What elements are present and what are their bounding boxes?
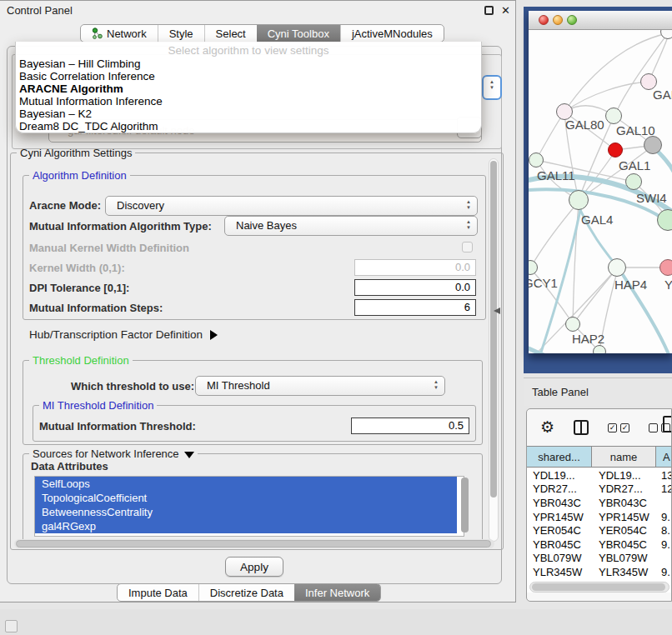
table-icon[interactable] xyxy=(663,416,672,432)
attribute-gal4rgexp[interactable]: gal4RGexp xyxy=(35,519,457,533)
threshold-definition-title: Threshold Definition xyxy=(29,354,133,367)
tab-impute-data[interactable]: Impute Data xyxy=(118,584,198,601)
algorithm-option-dream8-dc-tdc-algorithm[interactable]: Dream8 DC_TDC Algorithm xyxy=(16,121,481,133)
control-panel-tab-bar: NetworkStyleSelectCyni ToolboxjActiveMNo… xyxy=(80,24,444,42)
tab-label: Select xyxy=(216,28,246,40)
table-horizontal-scrollbar[interactable] xyxy=(529,582,669,592)
select-all-icon[interactable]: ✓✓ xyxy=(608,423,629,432)
checked-box-icon: ✓ xyxy=(608,423,617,432)
algorithm-option-aracne-algorithm[interactable]: ARACNE Algorithm xyxy=(16,83,481,96)
mi-type-value: Naive Bayes xyxy=(236,219,297,232)
kernel-width-field[interactable]: 0.0 xyxy=(354,259,476,276)
graph-node-y[interactable] xyxy=(659,259,672,276)
algorithm-option-bayesian-hill-climbing[interactable]: Bayesian – Hill Climbing xyxy=(16,58,481,71)
graph-node[interactable] xyxy=(625,173,642,190)
graph-node-gal4[interactable] xyxy=(569,190,589,210)
table-row[interactable]: YBR043CYBR043C xyxy=(527,496,672,510)
graph-node-gal10[interactable] xyxy=(605,108,622,124)
collapse-down-icon xyxy=(184,452,194,458)
close-icon[interactable]: ✕ xyxy=(501,6,510,15)
graph-node[interactable] xyxy=(644,136,662,154)
dpi-tolerance-label: DPI Tolerance [0,1]: xyxy=(29,282,129,294)
minimize-traffic-light[interactable] xyxy=(553,15,563,25)
dropdown-prompt: Select algorithm to view settings xyxy=(16,44,481,58)
column-header-name[interactable]: name xyxy=(592,447,656,467)
settings-vertical-scrollbar[interactable] xyxy=(489,158,499,542)
algorithm-dropdown-list: Bayesian – Hill ClimbingBasic Correlatio… xyxy=(16,58,481,132)
table-row[interactable]: YLR345WYLR345W9. xyxy=(527,565,672,579)
table-panel-band: Table Panel xyxy=(524,378,672,406)
cyni-settings-panel: Cyni Algorithm Settings Algorithm Defini… xyxy=(10,152,504,550)
sources-group-title[interactable]: Sources for Network Inference xyxy=(29,448,198,460)
graph-node-hap2[interactable] xyxy=(565,317,580,332)
network-canvas[interactable]: GALGAL80GAL10GAL1GAL11SWI4GAL4GCY1HAP4YH… xyxy=(529,30,672,353)
scrollbar-thumb[interactable] xyxy=(490,161,497,498)
table-row[interactable]: YPR145WYPR145W9. xyxy=(527,510,672,524)
network-window-titlebar[interactable] xyxy=(529,11,672,30)
focused-spinner-fragment[interactable] xyxy=(482,75,502,100)
scrollbar-thumb[interactable] xyxy=(16,540,491,548)
zoom-traffic-light[interactable] xyxy=(567,15,577,25)
attribute-selfloops[interactable]: SelfLoops xyxy=(35,477,457,491)
table-cell: YBR045C xyxy=(592,538,656,551)
float-window-icon[interactable] xyxy=(484,6,494,15)
settings-horizontal-scrollbar[interactable] xyxy=(14,539,494,548)
mi-threshold-field[interactable]: 0.5 xyxy=(351,418,469,434)
checked-box-icon: ✓ xyxy=(620,423,629,432)
algorithm-dropdown-popup: Select algorithm to view settings Bayesi… xyxy=(15,42,482,133)
attribute-list-scrollbar[interactable] xyxy=(461,478,469,532)
tab-cyni-toolbox[interactable]: Cyni Toolbox xyxy=(257,25,340,42)
hub-definition-label[interactable]: Hub/Transcription Factor Definition xyxy=(29,328,218,341)
tab-jactivemnodules[interactable]: jActiveMNodules xyxy=(340,25,444,42)
algorithm-option-bayesian-k2[interactable]: Bayesian – K2 xyxy=(16,108,481,121)
control-panel-title: Control Panel xyxy=(7,4,73,17)
graph-node-hap4[interactable] xyxy=(608,258,626,277)
apply-button[interactable]: Apply xyxy=(225,557,283,577)
table-row[interactable]: YDL19...YDL19...13 xyxy=(527,468,672,482)
which-threshold-value: MI Threshold xyxy=(207,379,270,392)
attribute-betweennesscentrality[interactable]: BetweennessCentrality xyxy=(35,505,457,519)
table-row[interactable]: YER054CYER054C8. xyxy=(527,523,672,538)
tab-select[interactable]: Select xyxy=(204,25,257,42)
graph-node[interactable] xyxy=(593,345,606,353)
algorithm-definition-title: Algorithm Definition xyxy=(29,169,130,182)
column-header-a[interactable]: A xyxy=(656,447,672,467)
table-row[interactable]: YBR045CYBR045C9. xyxy=(527,538,672,552)
column-header-shared[interactable]: shared... xyxy=(527,447,592,467)
table-cell: YLR345W xyxy=(527,566,592,578)
table-row[interactable]: YBL079WYBL079W xyxy=(527,552,672,566)
graph-node-label: GAL4 xyxy=(581,212,613,227)
panel-toggle-icon[interactable] xyxy=(5,620,18,632)
table-cell: 9. xyxy=(656,511,672,523)
graph-node-label: HAP4 xyxy=(614,278,647,292)
tab-label: Discretize Data xyxy=(210,587,283,599)
table-cell: YDL19... xyxy=(592,469,656,482)
attribute-topologicalcoefficient[interactable]: TopologicalCoefficient xyxy=(35,491,457,505)
table-cell: YER054C xyxy=(592,524,656,537)
tab-network[interactable]: Network xyxy=(81,25,158,42)
graph-node-label: GCY1 xyxy=(529,276,558,290)
table-row[interactable]: YDR27...YDR27...12 xyxy=(527,482,672,497)
algorithm-option-basic-correlation-inference[interactable]: Basic Correlation Inference xyxy=(16,71,481,83)
table-cell: YBL079W xyxy=(527,552,592,564)
which-threshold-combo[interactable]: MI Threshold xyxy=(195,376,445,396)
tab-label: Style xyxy=(169,28,193,40)
split-view-icon[interactable] xyxy=(574,420,589,435)
tab-style[interactable]: Style xyxy=(158,25,204,42)
spinner-icon xyxy=(489,78,494,92)
tab-infer-network[interactable]: Infer Network xyxy=(294,584,380,601)
graph-node-gal1[interactable] xyxy=(608,142,623,158)
apply-button-label: Apply xyxy=(240,561,268,573)
gear-icon[interactable]: ⚙ xyxy=(540,419,554,436)
table-cell: YBR045C xyxy=(527,538,592,551)
manual-kernel-checkbox[interactable] xyxy=(462,242,473,252)
algorithm-option-mutual-information-inference[interactable]: Mutual Information Inference xyxy=(16,96,481,108)
dpi-tolerance-field[interactable]: 0.0 xyxy=(354,279,476,296)
tab-discretize-data[interactable]: Discretize Data xyxy=(198,584,294,601)
mi-type-combo[interactable]: Naive Bayes xyxy=(224,216,478,236)
close-traffic-light[interactable] xyxy=(539,15,549,25)
aracne-mode-combo[interactable]: Discovery xyxy=(105,196,478,216)
graph-node-gal11[interactable] xyxy=(529,152,544,168)
mi-steps-field[interactable]: 6 xyxy=(354,299,476,316)
scrollbar-thumb[interactable] xyxy=(532,583,665,591)
